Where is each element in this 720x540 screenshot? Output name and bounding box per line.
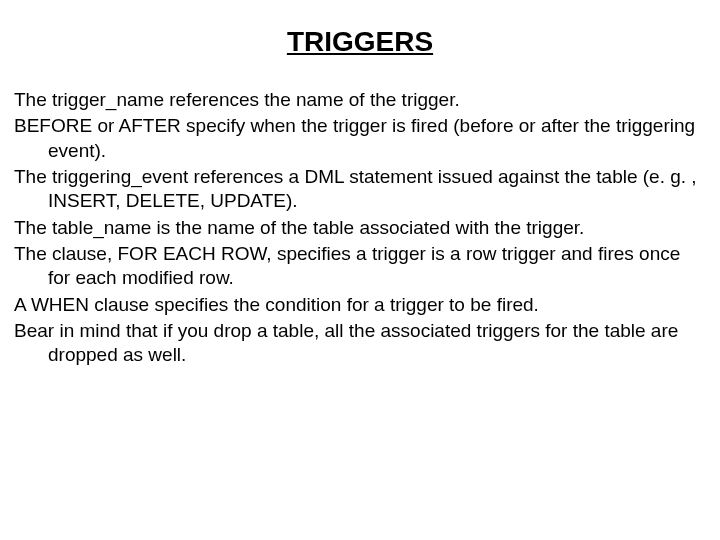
paragraph: The trigger_name references the name of … [14,88,706,112]
paragraph: The triggering_event references a DML st… [14,165,706,214]
paragraph: The table_name is the name of the table … [14,216,706,240]
paragraph: BEFORE or AFTER specify when the trigger… [14,114,706,163]
page-body: The trigger_name references the name of … [14,88,706,367]
paragraph: Bear in mind that if you drop a table, a… [14,319,706,368]
page-title: TRIGGERS [14,26,706,58]
paragraph: A WHEN clause specifies the condition fo… [14,293,706,317]
paragraph: The clause, FOR EACH ROW, specifies a tr… [14,242,706,291]
